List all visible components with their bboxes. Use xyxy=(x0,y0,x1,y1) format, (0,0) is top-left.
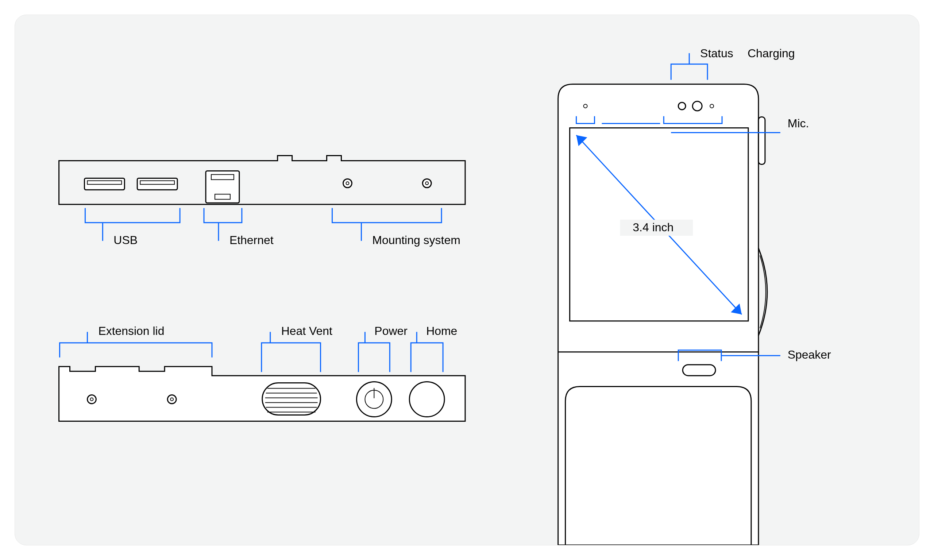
svg-point-25 xyxy=(409,382,445,417)
mounting-screw-icon xyxy=(343,179,352,188)
svg-rect-0 xyxy=(84,178,125,190)
usb-port-icon xyxy=(137,178,177,190)
heat-vent-icon xyxy=(262,383,321,415)
handheld-device: 3.4 inch xyxy=(558,84,767,545)
rear-panel-top xyxy=(59,155,465,204)
svg-rect-4 xyxy=(206,171,239,203)
label-heat-vent: Heat Vent xyxy=(281,324,332,337)
svg-rect-31 xyxy=(683,365,716,376)
svg-rect-2 xyxy=(137,178,177,190)
home-button-icon xyxy=(409,382,445,417)
svg-point-9 xyxy=(423,179,431,188)
usb-port-icon xyxy=(84,178,125,190)
svg-rect-15 xyxy=(262,383,321,415)
status-led-icon xyxy=(678,103,686,110)
label-ethernet: Ethernet xyxy=(229,234,274,247)
label-power: Power xyxy=(374,324,408,337)
ethernet-port-icon xyxy=(206,171,239,203)
callout-home: Home xyxy=(411,324,457,372)
label-speaker: Speaker xyxy=(788,348,831,361)
side-button-icon xyxy=(759,117,765,165)
label-charging: Charging xyxy=(748,47,795,60)
label-status: Status xyxy=(700,47,733,60)
charging-led-icon xyxy=(692,102,702,111)
label-mounting: Mounting system xyxy=(372,234,460,247)
callout-mounting: Mounting system xyxy=(332,208,460,246)
mounting-screw-icon xyxy=(168,395,176,404)
callout-extension-lid: Extension lid xyxy=(60,324,212,357)
callout-usb: USB xyxy=(85,208,180,246)
label-mic: Mic. xyxy=(788,117,809,130)
callout-ethernet: Ethernet xyxy=(204,208,274,246)
label-home: Home xyxy=(426,324,457,337)
speaker-slot-icon xyxy=(683,365,716,376)
diagram-card: USB Ethernet Mounting system xyxy=(15,15,919,545)
front-panel-bottom xyxy=(59,367,465,422)
svg-point-13 xyxy=(168,395,176,404)
label-extension-lid: Extension lid xyxy=(98,324,164,337)
label-screen-size: 3.4 inch xyxy=(632,221,674,234)
label-usb: USB xyxy=(114,234,137,247)
svg-point-22 xyxy=(357,382,391,417)
callout-status-charging: Status Charging xyxy=(671,47,795,80)
callout-heat-vent: Heat Vent xyxy=(262,324,332,372)
mounting-screw-icon xyxy=(87,395,96,404)
callout-power: Power xyxy=(358,324,408,372)
power-button-icon xyxy=(357,382,391,417)
svg-point-7 xyxy=(343,179,352,188)
svg-point-11 xyxy=(87,395,96,404)
mounting-screw-icon xyxy=(423,179,431,188)
